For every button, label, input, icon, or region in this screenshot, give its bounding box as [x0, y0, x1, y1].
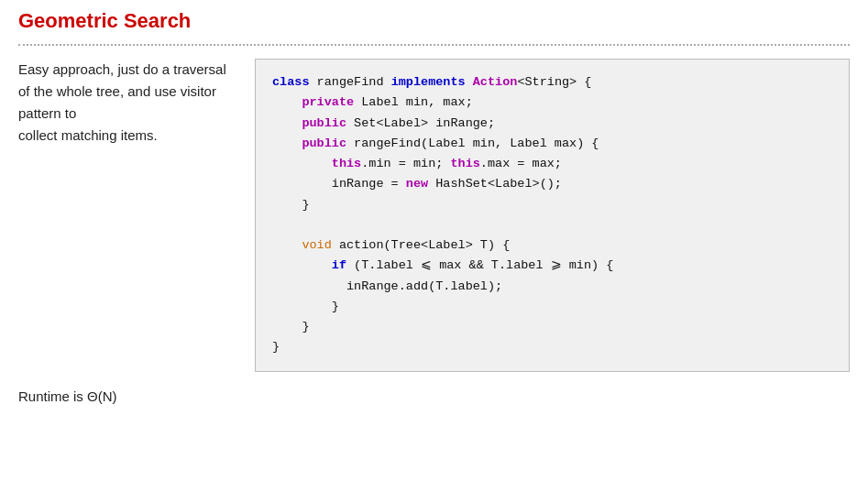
runtime-text: Runtime is Θ(N) — [18, 388, 850, 404]
page-title: Geometric Search — [18, 9, 850, 38]
content-area: Easy approach, just do a traversal of th… — [18, 59, 850, 404]
code-block: class rangeFind implements Action<String… — [255, 59, 850, 372]
section-divider — [18, 44, 850, 46]
description-text: Easy approach, just do a traversal of th… — [18, 59, 238, 147]
description-line2: collect matching items. — [18, 127, 158, 143]
description-line1: Easy approach, just do a traversal of th… — [18, 61, 226, 121]
description-row: Easy approach, just do a traversal of th… — [18, 59, 850, 372]
